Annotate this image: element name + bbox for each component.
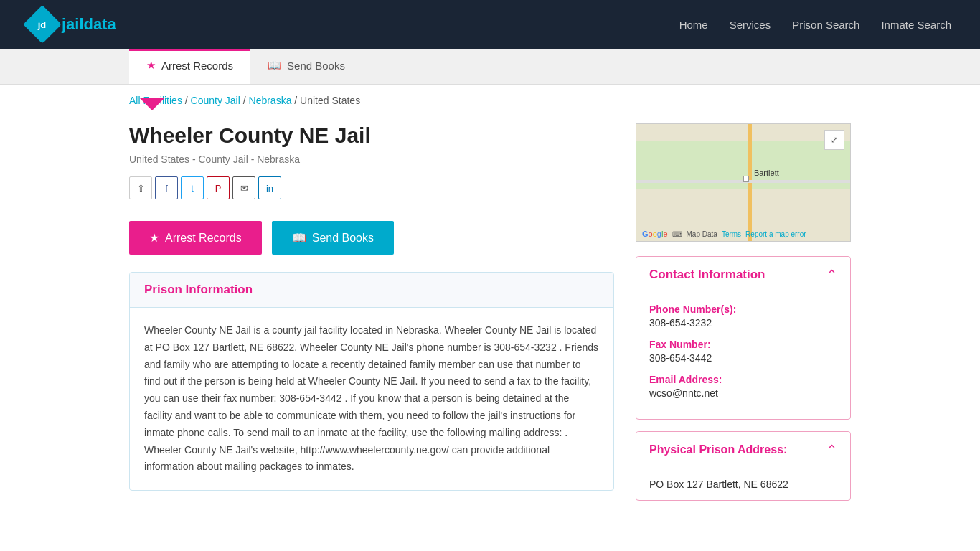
tab-accent — [139, 98, 165, 110]
logo-icon: jd — [23, 5, 62, 44]
map-inner: Bartlett — [636, 124, 850, 241]
map-report[interactable]: Report a map error — [745, 230, 806, 238]
logo-text: jaildata — [62, 15, 116, 34]
map-container: Bartlett ⤢ Google ⌨ Map Data Terms Repor… — [636, 123, 851, 242]
page-subtitle: United States - County Jail - Nebraska — [129, 154, 614, 165]
social-email-icon[interactable]: ✉ — [232, 176, 255, 199]
left-column: Wheeler County NE Jail United States - C… — [129, 123, 614, 501]
map-marker — [743, 176, 749, 182]
nav-home[interactable]: Home — [679, 19, 708, 31]
book-icon: 📖 — [268, 59, 281, 72]
email-value: wcso@nntc.net — [649, 387, 837, 399]
fax-value: 308-654-3442 — [649, 352, 837, 364]
social-share-icon[interactable]: ⇧ — [129, 176, 152, 199]
address-chevron-up-icon[interactable]: ⌃ — [826, 442, 837, 458]
physical-address-card: Physical Prison Address: ⌃ PO Box 127 Ba… — [636, 431, 851, 501]
star-icon-btn: ★ — [149, 231, 159, 245]
chevron-up-icon[interactable]: ⌃ — [826, 267, 837, 283]
map-expand-button[interactable]: ⤢ — [824, 130, 844, 150]
prison-info-header: Prison Information — [130, 273, 613, 308]
send-books-button[interactable]: 📖 Send Books — [272, 221, 394, 255]
prison-info-heading: Prison Information — [144, 283, 599, 297]
action-buttons: ★ Arrest Records 📖 Send Books — [129, 221, 614, 255]
logo-jd-text: jd — [38, 19, 47, 30]
physical-address-header: Physical Prison Address: ⌃ — [636, 432, 850, 468]
tab-arrest-records-label: Arrest Records — [161, 60, 233, 72]
page-title: Wheeler County NE Jail — [129, 123, 614, 148]
tab-bar: ★ Arrest Records 📖 Send Books — [0, 49, 980, 85]
keyboard-icon: ⌨ — [672, 230, 682, 238]
tab-send-books-label: Send Books — [287, 60, 345, 72]
arrest-records-button[interactable]: ★ Arrest Records — [129, 221, 262, 255]
arrest-records-label: Arrest Records — [165, 232, 242, 245]
nav-services[interactable]: Services — [730, 19, 771, 31]
map-terms[interactable]: Terms — [722, 230, 741, 238]
prison-info-text: Wheeler County NE Jail is a county jail … — [144, 322, 599, 476]
send-books-label: Send Books — [312, 232, 374, 245]
contact-info-card: Contact Information ⌃ Phone Number(s): 3… — [636, 256, 851, 420]
nav-prison-search[interactable]: Prison Search — [792, 19, 859, 31]
social-facebook-icon[interactable]: f — [155, 176, 178, 199]
logo-link[interactable]: jd jaildata — [29, 11, 116, 38]
social-linkedin-icon[interactable]: in — [258, 176, 281, 199]
social-icons: ⇧ f t P ✉ in — [129, 176, 614, 199]
map-data-label: Map Data — [687, 230, 717, 238]
contact-info-header: Contact Information ⌃ — [636, 257, 850, 293]
social-twitter-icon[interactable]: t — [181, 176, 204, 199]
main-nav: Home Services Prison Search Inmate Searc… — [679, 19, 951, 31]
fax-label: Fax Number: — [649, 339, 837, 350]
book-icon-btn: 📖 — [292, 231, 306, 245]
physical-address-value: PO Box 127 Bartlett, NE 68622 — [649, 479, 788, 490]
prison-info-body: Wheeler County NE Jail is a county jail … — [130, 308, 613, 490]
nav-inmate-search[interactable]: Inmate Search — [881, 19, 951, 31]
breadcrumb-united-states: United States — [300, 95, 360, 106]
contact-info-body: Phone Number(s): 308-654-3232 Fax Number… — [636, 293, 850, 419]
map-city-label: Bartlett — [754, 169, 779, 177]
map-footer: Google ⌨ Map Data Terms Report a map err… — [636, 230, 850, 238]
breadcrumb-county-jail[interactable]: County Jail — [191, 95, 240, 106]
breadcrumb-nebraska[interactable]: Nebraska — [249, 95, 292, 106]
contact-info-heading: Contact Information — [649, 268, 765, 282]
phone-value: 308-654-3232 — [649, 317, 837, 329]
tab-arrest-records[interactable]: ★ Arrest Records — [129, 49, 250, 84]
phone-label: Phone Number(s): — [649, 303, 837, 315]
tab-send-books[interactable]: 📖 Send Books — [250, 49, 362, 84]
star-icon: ★ — [146, 59, 156, 72]
google-logo: Google — [642, 230, 668, 238]
main-content: Wheeler County NE Jail United States - C… — [0, 116, 980, 522]
physical-address-body: PO Box 127 Bartlett, NE 68622 — [636, 468, 850, 500]
site-header: jd jaildata Home Services Prison Search … — [0, 0, 980, 49]
physical-address-heading: Physical Prison Address: — [649, 443, 787, 456]
prison-info-box: Prison Information Wheeler County NE Jai… — [129, 272, 614, 491]
social-pinterest-icon[interactable]: P — [207, 176, 230, 199]
email-label: Email Address: — [649, 374, 837, 385]
expand-icon: ⤢ — [831, 135, 838, 145]
right-column: Bartlett ⤢ Google ⌨ Map Data Terms Repor… — [636, 123, 851, 501]
